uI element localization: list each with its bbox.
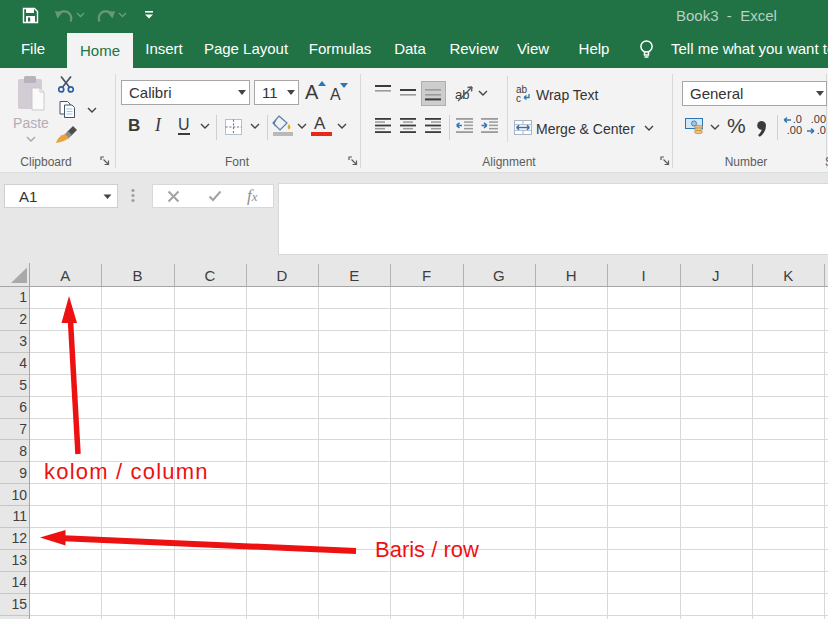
svg-text:c: c	[516, 93, 521, 103]
svg-text:15: 15	[11, 596, 27, 612]
svg-text:J: J	[712, 267, 720, 284]
svg-text:2: 2	[19, 311, 27, 327]
svg-text:D: D	[277, 267, 288, 284]
svg-text:1: 1	[19, 289, 27, 305]
svg-text:14: 14	[11, 574, 27, 590]
svg-text:10: 10	[11, 487, 27, 503]
svg-text:9: 9	[19, 465, 27, 481]
svg-text:E: E	[349, 267, 359, 284]
svg-text:6: 6	[19, 399, 27, 415]
svg-text:A: A	[60, 267, 70, 284]
svg-text:B: B	[132, 267, 142, 284]
svg-text:K: K	[783, 267, 793, 284]
svg-text:F: F	[422, 267, 431, 284]
svg-text:8: 8	[19, 443, 27, 459]
svg-text:13: 13	[11, 552, 27, 568]
svg-text:G: G	[493, 267, 505, 284]
svg-text:I: I	[642, 267, 646, 284]
svg-text:C: C	[204, 267, 215, 284]
svg-text:4: 4	[19, 355, 27, 371]
svg-text:11: 11	[12, 508, 27, 524]
svg-text:H: H	[566, 267, 577, 284]
svg-text:12: 12	[11, 530, 27, 546]
svg-text:3: 3	[19, 333, 27, 349]
svg-text:ab: ab	[455, 87, 469, 102]
svg-text:5: 5	[19, 377, 27, 393]
svg-text:7: 7	[19, 421, 27, 437]
